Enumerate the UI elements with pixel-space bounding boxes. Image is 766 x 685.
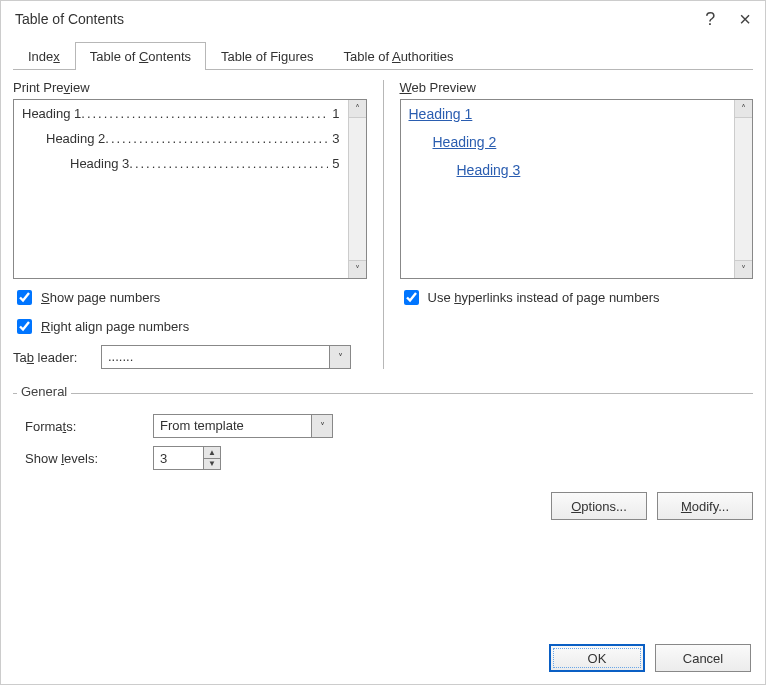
mid-buttons: Options... Modify...	[13, 492, 753, 520]
columns: Print Preview Heading 1 ................…	[13, 70, 753, 369]
ok-button[interactable]: OK	[549, 644, 645, 672]
web-preview-box: Heading 1 Heading 2 Heading 3 ˄ ˅	[400, 99, 754, 279]
print-preview-column: Print Preview Heading 1 ................…	[13, 80, 367, 369]
toc-heading-text: Heading 2	[46, 131, 105, 146]
levels-input[interactable]	[153, 446, 203, 470]
print-preview-row: Heading 3 ..............................…	[22, 156, 340, 171]
tab-leader-value: .......	[101, 345, 329, 369]
scroll-up-icon[interactable]: ˄	[349, 100, 366, 118]
chevron-down-icon[interactable]: ˅	[311, 414, 333, 438]
show-page-numbers-row: Show page numbers	[13, 287, 367, 308]
leader-dots: ........................................…	[105, 131, 328, 146]
help-button[interactable]: ?	[705, 10, 715, 28]
vertical-divider	[383, 80, 384, 369]
print-preview-content: Heading 1 ..............................…	[14, 100, 348, 278]
use-hyperlinks-label[interactable]: Use hyperlinks instead of page numbers	[428, 290, 660, 305]
dialog-footer-buttons: OK Cancel	[549, 644, 751, 672]
right-align-row: Right align page numbers	[13, 316, 367, 337]
print-preview-row: Heading 1 ..............................…	[22, 106, 340, 121]
toc-page-number: 3	[328, 131, 339, 146]
close-icon[interactable]: ×	[739, 9, 751, 29]
use-hyperlinks-checkbox[interactable]	[404, 290, 419, 305]
print-preview-label: Print Preview	[13, 80, 367, 95]
use-hyperlinks-row: Use hyperlinks instead of page numbers	[400, 287, 754, 308]
tab-table-of-authorities[interactable]: Table of Authorities	[329, 42, 469, 70]
modify-button[interactable]: Modify...	[657, 492, 753, 520]
general-frame: General Formats: From template ˅ Show le…	[13, 393, 753, 474]
web-preview-link: Heading 3	[409, 162, 727, 178]
dialog-title: Table of Contents	[15, 11, 124, 27]
web-preview-label: Web Preview	[400, 80, 754, 95]
dialog-body: Index Table of Contents Table of Figures…	[1, 35, 765, 532]
cancel-button[interactable]: Cancel	[655, 644, 751, 672]
options-button[interactable]: Options...	[551, 492, 647, 520]
scroll-down-icon[interactable]: ˅	[349, 260, 366, 278]
web-preview-link: Heading 2	[409, 134, 727, 150]
scrollbar[interactable]: ˄ ˅	[348, 100, 366, 278]
dialog-window: Table of Contents ? × Index Table of Con…	[0, 0, 766, 685]
spinner-buttons: ▲ ▼	[203, 446, 221, 470]
scroll-down-icon[interactable]: ˅	[735, 260, 752, 278]
right-align-checkbox[interactable]	[17, 319, 32, 334]
tab-strip: Index Table of Contents Table of Figures…	[13, 41, 753, 70]
web-preview-column: Web Preview Heading 1 Heading 2 Heading …	[400, 80, 754, 369]
formats-value: From template	[153, 414, 311, 438]
print-preview-row: Heading 2 ..............................…	[22, 131, 340, 146]
show-page-numbers-checkbox[interactable]	[17, 290, 32, 305]
general-group-title: General	[17, 384, 71, 399]
print-preview-box: Heading 1 ..............................…	[13, 99, 367, 279]
levels-spinner[interactable]: ▲ ▼	[153, 446, 221, 470]
tab-table-of-contents[interactable]: Table of Contents	[75, 42, 206, 70]
spinner-up-icon[interactable]: ▲	[203, 446, 221, 458]
titlebar-controls: ? ×	[705, 9, 751, 29]
chevron-down-icon[interactable]: ˅	[329, 345, 351, 369]
toc-page-number: 1	[328, 106, 339, 121]
toc-page-number: 5	[328, 156, 339, 171]
scroll-up-icon[interactable]: ˄	[735, 100, 752, 118]
tab-leader-row: Tab leader: ....... ˅	[13, 345, 367, 369]
titlebar: Table of Contents ? ×	[1, 1, 765, 35]
toc-heading-text: Heading 3	[70, 156, 129, 171]
right-align-label[interactable]: Right align page numbers	[41, 319, 189, 334]
tab-index[interactable]: Index	[13, 42, 75, 70]
spinner-down-icon[interactable]: ▼	[203, 458, 221, 471]
show-page-numbers-label[interactable]: Show page numbers	[41, 290, 160, 305]
leader-dots: ........................................…	[81, 106, 328, 121]
scrollbar[interactable]: ˄ ˅	[734, 100, 752, 278]
tab-table-of-figures[interactable]: Table of Figures	[206, 42, 329, 70]
levels-row: Show levels: ▲ ▼	[25, 446, 749, 470]
tab-leader-select[interactable]: ....... ˅	[101, 345, 351, 369]
leader-dots: ........................................…	[129, 156, 328, 171]
web-preview-link: Heading 1	[409, 106, 727, 122]
formats-select[interactable]: From template ˅	[153, 414, 333, 438]
tab-leader-label: Tab leader:	[13, 350, 93, 365]
web-preview-content: Heading 1 Heading 2 Heading 3	[401, 100, 735, 278]
levels-label: Show levels:	[25, 451, 145, 466]
general-group: General Formats: From template ˅ Show le…	[13, 393, 753, 474]
formats-row: Formats: From template ˅	[25, 414, 749, 438]
toc-heading-text: Heading 1	[22, 106, 81, 121]
formats-label: Formats:	[25, 419, 145, 434]
